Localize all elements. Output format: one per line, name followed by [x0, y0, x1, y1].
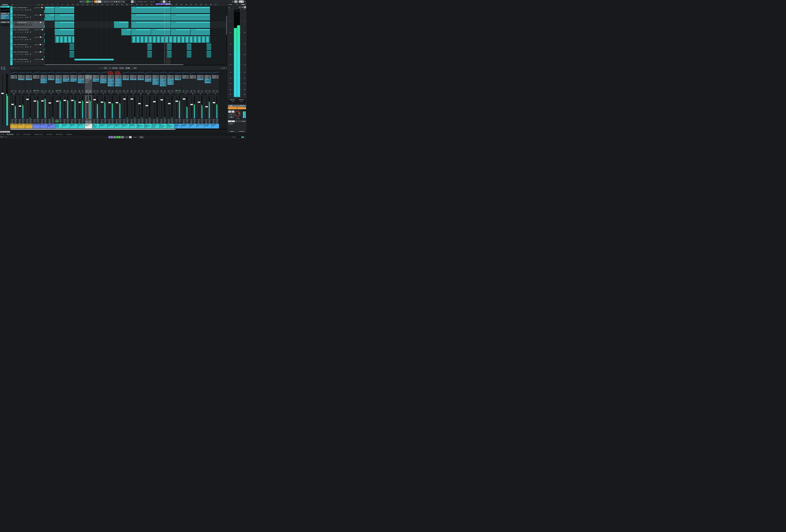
- peak-value[interactable]: -19.6: [215, 119, 219, 120]
- strip-solo-button[interactable]: S: [74, 90, 77, 92]
- insert-plugin-chip[interactable]: REVerence: [115, 84, 121, 85]
- strip-record-icon[interactable]: [33, 122, 36, 124]
- insert-plugin-chip[interactable]: PitchShifter: [108, 80, 114, 82]
- inspector-insert-slot[interactable]: VST Amp Rack: [0, 15, 9, 16]
- strip-mute-button[interactable]: M: [167, 90, 170, 92]
- insert-empty-slot[interactable]: [33, 80, 40, 82]
- track-mute-button[interactable]: M: [13, 37, 15, 38]
- strip-pan[interactable]: L30: [137, 93, 144, 95]
- insert-empty-slot[interactable]: [152, 88, 159, 90]
- strip-write-button[interactable]: W: [29, 121, 32, 122]
- control-room-level-knob[interactable]: [235, 111, 240, 116]
- track-solo-button[interactable]: S: [15, 59, 17, 60]
- track-lanes-icon[interactable]: ☰: [29, 31, 31, 33]
- fader-cap[interactable]: [176, 100, 178, 102]
- inserts-bypass-icon[interactable]: ▣: [203, 77, 203, 78]
- insert-empty-slot[interactable]: [205, 84, 211, 85]
- insert-plugin-chip[interactable]: Frequency: [78, 80, 84, 82]
- insert-empty-slot[interactable]: [85, 84, 92, 85]
- strip-monitor-icon[interactable]: [74, 122, 77, 124]
- insert-empty-slot[interactable]: [33, 82, 40, 83]
- insert-empty-slot[interactable]: [182, 79, 189, 80]
- fader-cap[interactable]: [153, 101, 156, 102]
- insert-plugin-chip[interactable]: REVerence: [152, 84, 159, 85]
- strip-channel-name[interactable]: SYN Glass Lounge: [204, 124, 211, 129]
- link-group[interactable]: Link ▼ e: [103, 67, 111, 69]
- insert-empty-slot[interactable]: [182, 85, 189, 87]
- track-list-row[interactable]: 25MSGTR Lead Line L●◁)e∞RW☰: [10, 14, 45, 21]
- snap-menu[interactable]: ⋮: [134, 0, 136, 3]
- track-name[interactable]: GTR Shimmer Strums: [17, 29, 34, 30]
- fader-track[interactable]: [109, 96, 110, 118]
- scissors-tool-icon[interactable]: ✕: [106, 0, 108, 3]
- timeline-ruler[interactable]: 3579111315171921232527293133353739414345…: [45, 3, 227, 6]
- insert-empty-slot[interactable]: [25, 85, 32, 87]
- strip-monitor-icon[interactable]: [89, 122, 92, 124]
- insert-empty-slot[interactable]: [100, 88, 107, 90]
- track-edit-icon[interactable]: e: [20, 39, 22, 40]
- mixer-channel-strip[interactable]: Routing⇄Inserts▣CompressorStudioEQStudio…: [152, 70, 159, 129]
- strip-channel-name[interactable]: GTR Modulation Hits R: [144, 124, 152, 129]
- mixer-channel-strip[interactable]: Routing⇄Inserts▣CompressorVST Bass AmpFr…: [40, 70, 47, 129]
- insert-empty-slot[interactable]: [137, 85, 144, 87]
- audio-clip[interactable]: ◢ 12.46 dB: [54, 7, 74, 13]
- strip-record-icon[interactable]: [48, 122, 51, 124]
- insert-empty-slot[interactable]: [18, 87, 25, 88]
- insert-empty-slot[interactable]: [48, 84, 54, 85]
- routing-swap-icon[interactable]: ⇄: [76, 75, 76, 76]
- strip-record-icon[interactable]: [160, 122, 163, 124]
- fader-value[interactable]: -14.4: [190, 119, 193, 120]
- mixer-rack-icon[interactable]: ▤: [223, 67, 225, 69]
- mini-routing-chip[interactable]: [3, 68, 5, 70]
- mixer-channel-strip[interactable]: Routing⇄Inserts▣FX ModulatorMSLeC-7.63-2…: [196, 70, 204, 129]
- inserts-header[interactable]: Inserts▣: [48, 77, 54, 78]
- routing-swap-icon[interactable]: ⇄: [98, 75, 99, 76]
- routing-swap-icon[interactable]: ⇄: [136, 75, 136, 76]
- strip-edit-button[interactable]: e: [215, 92, 219, 93]
- strip-mute-button[interactable]: M: [40, 90, 44, 92]
- inserts-bypass-icon[interactable]: ▣: [128, 77, 129, 78]
- insert-empty-slot[interactable]: [137, 82, 144, 83]
- track-read-button[interactable]: R: [25, 24, 27, 25]
- fader-cap[interactable]: [86, 102, 89, 103]
- channel-curve-thumbnail[interactable]: [167, 70, 174, 75]
- insert-empty-slot[interactable]: [70, 82, 77, 83]
- routing-header[interactable]: Routing⇄: [167, 75, 174, 77]
- strip-mute-button[interactable]: M: [145, 90, 148, 92]
- fader-value[interactable]: -9.20: [115, 119, 118, 120]
- strip-mute-button[interactable]: M: [108, 90, 111, 92]
- right-zone-toggle[interactable]: ▐: [241, 0, 244, 3]
- export-icon[interactable]: ⇪: [232, 1, 234, 2]
- strip-mute-button[interactable]: M: [70, 90, 74, 92]
- inserts-bypass-icon[interactable]: ▣: [195, 77, 196, 78]
- fader-value[interactable]: -7.63: [197, 119, 200, 120]
- strip-record-icon[interactable]: [40, 122, 44, 124]
- mixer-channel-strip[interactable]: Routing⇄Inserts▣VST Amp RackFrequencyCho…: [85, 70, 92, 129]
- insert-plugin-chip[interactable]: StudioChorus: [100, 79, 107, 80]
- insert-empty-slot[interactable]: [93, 87, 99, 88]
- insert-empty-slot[interactable]: [55, 84, 62, 85]
- strip-edit-button[interactable]: e: [89, 92, 92, 93]
- insert-plugin-chip[interactable]: Magneto II: [55, 79, 62, 80]
- strip-solo-button[interactable]: S: [185, 90, 189, 92]
- strip-listen-button[interactable]: L: [48, 92, 51, 93]
- inserts-bypass-icon[interactable]: ▣: [113, 77, 114, 78]
- peak-value[interactable]: -18.7: [96, 119, 99, 120]
- volume-knob[interactable]: [42, 29, 43, 30]
- track-list-row[interactable]: 30MSGTR Accent Lead R●◁)e∞RW☰: [10, 51, 45, 58]
- insert-plugin-chip[interactable]: VST Amp Rack: [130, 79, 136, 80]
- track-name[interactable]: GTR Accent Lead R: [17, 51, 34, 53]
- strip-read-button[interactable]: R: [167, 121, 170, 122]
- strip-write-button[interactable]: W: [133, 121, 137, 122]
- insert-empty-slot[interactable]: [175, 80, 181, 82]
- strip-channel-name[interactable]: SYN Soft Lead: [212, 124, 219, 129]
- fader-track[interactable]: [79, 96, 80, 118]
- routing-header[interactable]: Routing⇄: [63, 75, 69, 77]
- strip-listen-button[interactable]: L: [182, 92, 185, 93]
- strip-pan[interactable]: C: [197, 93, 204, 95]
- insert-plugin-chip[interactable]: VST Amp Rack: [122, 79, 129, 80]
- meter-tab-loudness[interactable]: Loudness: [237, 130, 247, 133]
- insert-empty-slot[interactable]: [190, 80, 196, 82]
- volume-knob[interactable]: [40, 44, 41, 45]
- audio-clip[interactable]: [206, 44, 211, 50]
